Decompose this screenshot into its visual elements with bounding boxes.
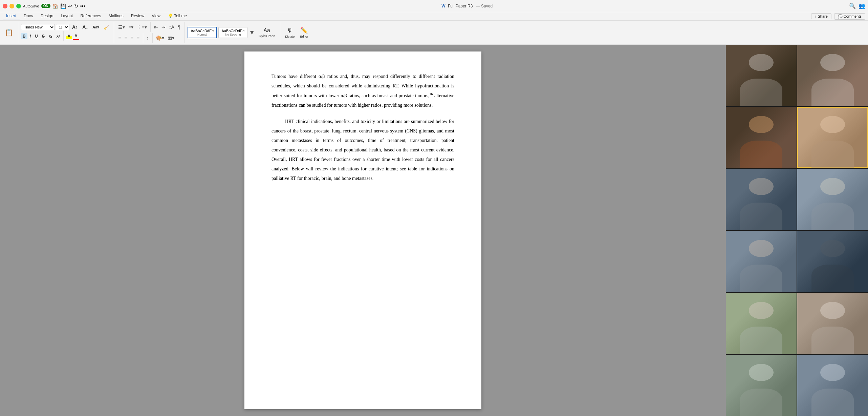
doc-title: Full Paper R3 xyxy=(448,4,473,8)
footnote-16: 16 xyxy=(430,92,433,96)
participant-12-video xyxy=(797,355,868,416)
tab-draw[interactable]: Draw xyxy=(20,12,37,20)
align-right-button[interactable]: ≡ xyxy=(129,35,135,41)
document-page: Tumors have different α/β ratios and, th… xyxy=(244,51,481,409)
editor-button[interactable]: ✏️ Editor xyxy=(298,26,310,39)
redo-icon[interactable]: ↻ xyxy=(74,3,78,9)
justify-button[interactable]: ≡ xyxy=(135,35,141,41)
styles-pane-button[interactable]: Aa Styles Pane xyxy=(256,26,277,39)
font-size-selector[interactable]: 12 xyxy=(56,24,69,30)
comments-button[interactable]: 💬 Comments xyxy=(834,13,865,20)
decrease-indent-button[interactable]: ⇤ xyxy=(153,24,159,30)
tab-design[interactable]: Design xyxy=(37,12,57,20)
dictate-button[interactable]: 🎙 Dictate xyxy=(283,26,297,39)
title-bar-left: AutoSave ON 🏠 💾 ↩ ↻ ••• xyxy=(3,3,85,9)
participant-1-video xyxy=(726,45,797,106)
superscript-button[interactable]: X² xyxy=(55,34,61,39)
collab-icon[interactable]: 👥 xyxy=(859,3,865,9)
close-button[interactable] xyxy=(3,4,7,8)
save-icon[interactable]: 💾 xyxy=(60,3,66,9)
show-formatting-button[interactable]: ¶ xyxy=(176,24,182,30)
video-tile-11 xyxy=(726,355,797,416)
numbering-button[interactable]: ≡▾ xyxy=(127,24,135,30)
tab-mailings[interactable]: Mailings xyxy=(105,12,127,20)
ribbon: Insert Draw Design Layout References Mai… xyxy=(0,12,868,45)
align-left-button[interactable]: ≡ xyxy=(117,35,122,41)
divider xyxy=(63,31,64,41)
styles-pane-icon: Aa xyxy=(263,27,270,34)
highlight-button[interactable]: A xyxy=(66,33,72,39)
tab-references[interactable]: References xyxy=(77,12,104,20)
video-tile-10 xyxy=(797,293,868,354)
tab-layout[interactable]: Layout xyxy=(57,12,76,20)
divider2 xyxy=(150,22,151,32)
clear-format-button[interactable]: 🧹 xyxy=(102,24,111,30)
style-normal[interactable]: AaBbCcDdEe Normal xyxy=(188,27,217,38)
share-button[interactable]: ↑ Share xyxy=(811,13,831,19)
participant-10-video xyxy=(797,293,868,354)
tab-review[interactable]: Review xyxy=(128,12,148,20)
editor-icon: ✏️ xyxy=(300,27,308,34)
video-grid xyxy=(726,45,868,416)
font-color-button[interactable]: A xyxy=(73,33,79,40)
divider3 xyxy=(143,33,143,43)
participant-5-video xyxy=(726,169,797,230)
underline-button[interactable]: U xyxy=(33,33,40,39)
bullets-button[interactable]: ☰▾ xyxy=(117,24,126,30)
home-icon[interactable]: 🏠 xyxy=(52,3,58,9)
font-family-selector[interactable]: Times New... xyxy=(21,24,55,30)
video-tile-3 xyxy=(726,107,797,168)
subscript-button[interactable]: X₂ xyxy=(47,34,54,39)
borders-button[interactable]: ▦▾ xyxy=(166,35,176,41)
share-icon: ↑ xyxy=(815,14,817,18)
shrink-font-button[interactable]: A↓ xyxy=(81,24,90,30)
maximize-button[interactable] xyxy=(16,4,21,8)
video-tile-7 xyxy=(726,231,797,292)
word-icon: W xyxy=(441,4,445,8)
video-tile-4 xyxy=(797,107,868,168)
participant-11-video xyxy=(726,355,797,416)
minimize-button[interactable] xyxy=(9,4,14,8)
more-icon[interactable]: ••• xyxy=(80,3,85,9)
video-tile-5 xyxy=(726,169,797,230)
search-icon[interactable]: 🔍 xyxy=(849,3,856,9)
strikethrough-button[interactable]: S xyxy=(40,33,46,39)
main-area: Tumors have different α/β ratios and, th… xyxy=(0,45,868,416)
clipboard-icon: 📋 xyxy=(3,28,15,37)
participant-2-video xyxy=(797,45,868,106)
autosave-label: AutoSave xyxy=(23,4,39,8)
grow-font-button[interactable]: A↑ xyxy=(70,24,80,30)
style-no-spacing[interactable]: AaBbCcDdEe No Spacing xyxy=(218,27,247,38)
video-tile-9 xyxy=(726,293,797,354)
multilevel-button[interactable]: ⋮≡▾ xyxy=(135,24,148,30)
ribbon-controls: 📋 Times New... 12 A↑ A↓ Aa▾ 🧹 xyxy=(0,21,868,44)
italic-button[interactable]: I xyxy=(28,33,32,39)
autosave-toggle[interactable]: ON xyxy=(41,4,50,8)
tab-view[interactable]: View xyxy=(148,12,164,20)
divider4 xyxy=(152,33,153,43)
line-spacing-button[interactable]: ↕ xyxy=(145,35,150,41)
participant-9-video xyxy=(726,293,797,354)
participant-7-video xyxy=(726,231,797,292)
font-group: Times New... 12 A↑ A↓ Aa▾ 🧹 B I U S X₂ xyxy=(21,22,114,43)
styles-expand-button[interactable]: ▼ xyxy=(249,29,255,36)
case-button[interactable]: Aa▾ xyxy=(91,24,101,30)
undo-icon[interactable]: ↩ xyxy=(68,3,72,9)
paragraph-1: Tumors have different α/β ratios and, th… xyxy=(272,72,454,110)
participant-6-video xyxy=(797,169,868,230)
participant-8-video xyxy=(797,231,868,292)
paragraph-group: ☰▾ ≡▾ ⋮≡▾ ⇤ ⇥ ↕A ¶ ≡ ≡ ≡ ≡ ↕ xyxy=(117,22,185,43)
title-bar: AutoSave ON 🏠 💾 ↩ ↻ ••• W Full Paper R3 … xyxy=(0,0,868,12)
increase-indent-button[interactable]: ⇥ xyxy=(160,24,167,30)
video-tile-2 xyxy=(797,45,868,106)
document-area[interactable]: Tumors have different α/β ratios and, th… xyxy=(0,45,726,416)
styles-group: AaBbCcDdEe Normal AaBbCcDdEe No Spacing … xyxy=(188,22,281,43)
shading-button[interactable]: 🎨▾ xyxy=(155,35,166,41)
bold-button[interactable]: B xyxy=(21,33,27,39)
tab-tellme[interactable]: 💡 Tell me xyxy=(165,12,190,20)
clipboard-group: 📋 xyxy=(3,22,18,43)
tab-insert[interactable]: Insert xyxy=(3,12,20,20)
align-center-button[interactable]: ≡ xyxy=(123,35,128,41)
video-tile-12 xyxy=(797,355,868,416)
sort-button[interactable]: ↕A xyxy=(168,24,176,30)
